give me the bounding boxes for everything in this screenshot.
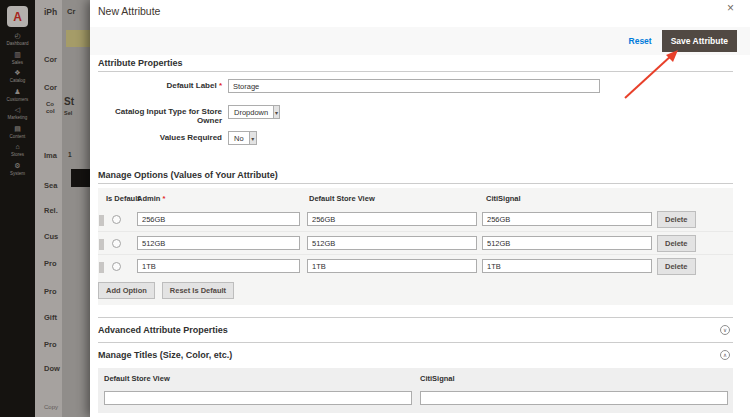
divider xyxy=(98,71,733,72)
select-value: No xyxy=(229,134,249,143)
manage-options-table: Is Default Admin * Default Store View Ci… xyxy=(98,188,733,305)
drag-handle-icon[interactable] xyxy=(99,215,104,226)
citisignal-option-input[interactable] xyxy=(482,259,652,273)
divider xyxy=(98,342,733,343)
required-asterisk: * xyxy=(219,81,222,90)
col-header-citisignal: CitiSignal xyxy=(486,194,521,203)
sidebar-item-label: Marketing xyxy=(2,114,34,119)
bg-section-label: Pro xyxy=(44,340,57,349)
marketing-icon: ◁ xyxy=(0,106,35,114)
is-default-radio[interactable] xyxy=(112,262,121,271)
bg-text: Co xyxy=(46,101,54,107)
modal-toolbar: Reset Save Attribute xyxy=(90,27,750,55)
default-store-view-option-input[interactable] xyxy=(307,212,477,226)
bg-text: col xyxy=(46,108,55,114)
sidebar-item-label: Catalog xyxy=(2,77,34,82)
customers-icon: ♟ xyxy=(0,88,35,96)
advanced-attribute-properties-heading[interactable]: Advanced Attribute Properties xyxy=(98,325,228,335)
sidebar-item-label: Dashboard xyxy=(2,40,34,45)
reset-button[interactable]: Reset xyxy=(629,36,652,46)
chevron-down-circle-icon[interactable]: ∨ xyxy=(720,325,730,335)
delete-option-button[interactable]: Delete xyxy=(657,235,696,252)
save-attribute-button[interactable]: Save Attribute xyxy=(662,30,737,52)
default-store-view-option-input[interactable] xyxy=(307,259,477,273)
divider xyxy=(98,183,733,184)
values-required-select[interactable]: No ▾ xyxy=(228,131,257,145)
option-row: Delete xyxy=(98,208,733,231)
header-text: Admin xyxy=(137,194,160,203)
sidebar-item-catalog[interactable]: ❖ Catalog xyxy=(0,69,35,83)
catalog-input-type-select[interactable]: Dropdown ▾ xyxy=(228,105,280,119)
default-label-input[interactable] xyxy=(228,79,600,93)
drag-handle-icon[interactable] xyxy=(99,262,104,273)
manage-titles-heading[interactable]: Manage Titles (Size, Color, etc.) xyxy=(98,350,232,360)
sidebar-item-label: Stores xyxy=(2,151,34,156)
wizard-step-subtext: Sel xyxy=(64,110,72,116)
admin-option-input[interactable] xyxy=(137,236,300,250)
wizard-title-fragment: Cr xyxy=(67,7,75,16)
content-icon: ▤ xyxy=(0,125,35,133)
col-header-admin: Admin * xyxy=(137,194,165,203)
catalog-icon: ❖ xyxy=(0,69,35,77)
default-store-view-option-input[interactable] xyxy=(307,236,477,250)
add-option-button[interactable]: Add Option xyxy=(98,282,155,299)
bg-page-title: iPh xyxy=(44,7,57,17)
bg-section-label: Pro xyxy=(44,287,57,296)
dropdown-arrow-icon: ▾ xyxy=(273,106,279,118)
label-text: Default Label xyxy=(166,81,216,90)
sales-icon: ▥ xyxy=(0,51,35,59)
is-default-radio[interactable] xyxy=(112,215,121,224)
sidebar-item-label: System xyxy=(2,170,34,175)
sidebar-item-customers[interactable]: ♟ Customers xyxy=(0,88,35,102)
system-icon: ⚙ xyxy=(0,162,35,170)
dashboard-icon: ◴ xyxy=(0,32,35,40)
sidebar-item-content[interactable]: ▤ Content xyxy=(0,125,35,139)
wizard-step-heading: St xyxy=(64,96,74,107)
required-asterisk: * xyxy=(162,194,165,203)
catalog-input-type-label: Catalog Input Type for Store Owner xyxy=(92,107,222,125)
col-header-default-store-view: Default Store View xyxy=(104,374,170,383)
reset-is-default-button[interactable]: Reset Is Default xyxy=(162,282,234,299)
delete-option-button[interactable]: Delete xyxy=(657,211,696,228)
sidebar-item-sales[interactable]: ▥ Sales xyxy=(0,51,35,65)
bg-section-label: Rel. xyxy=(44,206,58,215)
wizard-dark-tile xyxy=(71,169,90,187)
manage-titles-table: Default Store View CitiSignal xyxy=(98,368,733,413)
close-icon[interactable]: × xyxy=(727,1,734,15)
citisignal-option-input[interactable] xyxy=(482,212,652,226)
wizard-count-text: 1 xyxy=(68,151,72,158)
sidebar-item-label: Content xyxy=(2,133,34,138)
col-header-default-store-view: Default Store View xyxy=(309,194,375,203)
chevron-up-circle-icon[interactable]: ∧ xyxy=(720,350,730,360)
wizard-notice-banner xyxy=(66,30,90,47)
divider xyxy=(98,317,733,318)
sidebar-item-system[interactable]: ⚙ System xyxy=(0,162,35,176)
admin-option-input[interactable] xyxy=(137,212,300,226)
is-default-radio[interactable] xyxy=(112,239,121,248)
values-required-label: Values Required xyxy=(92,133,222,142)
bg-section-label: Cor xyxy=(44,83,57,92)
title-default-store-view-input[interactable] xyxy=(104,391,412,405)
col-header-citisignal: CitiSignal xyxy=(420,374,455,383)
title-citisignal-input[interactable] xyxy=(420,391,728,405)
logo-letter: A xyxy=(13,10,22,24)
admin-option-input[interactable] xyxy=(137,259,300,273)
citisignal-option-input[interactable] xyxy=(482,236,652,250)
dropdown-arrow-icon: ▾ xyxy=(249,132,256,144)
bg-section-label: Cus xyxy=(44,232,58,241)
sidebar-item-label: Sales xyxy=(2,59,34,64)
drag-handle-icon[interactable] xyxy=(99,239,104,250)
sidebar-item-label: Customers xyxy=(2,96,34,101)
sidebar-item-marketing[interactable]: ◁ Marketing xyxy=(0,106,35,120)
select-value: Dropdown xyxy=(229,108,273,117)
sidebar-item-dashboard[interactable]: ◴ Dashboard xyxy=(0,32,35,46)
sidebar-item-stores[interactable]: ⌂ Stores xyxy=(0,143,35,157)
attribute-properties-heading: Attribute Properties xyxy=(98,58,183,68)
new-attribute-modal: New Attribute × Reset Save Attribute Att… xyxy=(90,0,750,417)
admin-sidebar: A ◴ Dashboard ▥ Sales ❖ Catalog ♟ Custom… xyxy=(0,0,35,417)
bg-section-label: Pro xyxy=(44,259,57,268)
delete-option-button[interactable]: Delete xyxy=(657,258,696,275)
default-label-label: Default Label * xyxy=(92,81,222,90)
bg-section-label: Gift xyxy=(44,313,57,322)
magento-logo[interactable]: A xyxy=(7,6,28,27)
